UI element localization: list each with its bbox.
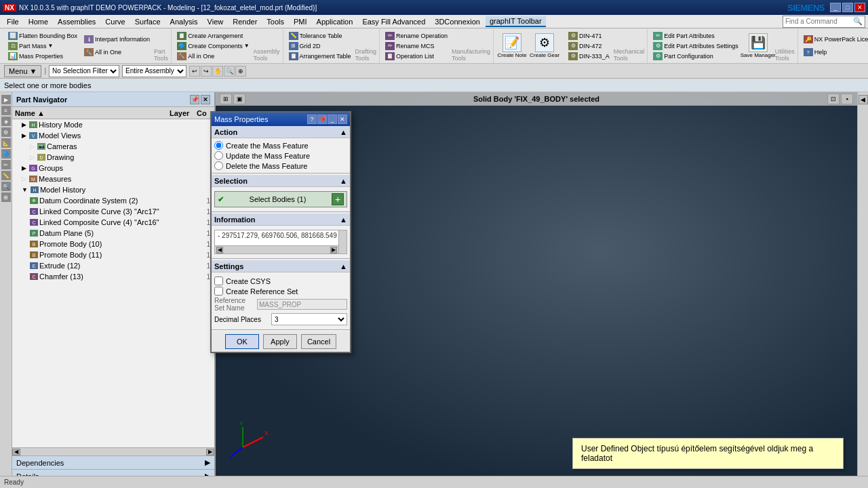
menu-pmi[interactable]: PMI bbox=[290, 17, 311, 26]
ok-button[interactable]: OK bbox=[225, 334, 259, 349]
right-icon-1[interactable]: ◀ bbox=[859, 95, 868, 104]
menu-tools[interactable]: Tools bbox=[262, 17, 288, 26]
tree-item-model-history[interactable]: ▼ H Model History bbox=[12, 184, 214, 195]
settings-header[interactable]: Settings ▲ bbox=[212, 260, 350, 272]
left-icon-3[interactable]: ◈ bbox=[1, 117, 11, 126]
cmd-icon-5[interactable]: ⊕ bbox=[235, 66, 246, 77]
cancel-button[interactable]: Cancel bbox=[301, 334, 336, 349]
tree-item-cameras[interactable]: ▷ 📷 Cameras bbox=[12, 141, 214, 152]
flatten-bounding-box-btn[interactable]: ⬜ Flatten Bounding Box bbox=[5, 31, 80, 41]
menu-assemblies[interactable]: Assemblies bbox=[54, 17, 100, 26]
help-btn[interactable]: ? Help bbox=[801, 46, 868, 58]
tree-item-datum5[interactable]: P Datum Plane (5) 1 bbox=[12, 228, 214, 239]
tree-item-measures[interactable]: ▷ M Measures bbox=[12, 174, 214, 184]
ref-set-name-input[interactable] bbox=[257, 299, 347, 310]
menu-view[interactable]: View bbox=[203, 17, 228, 26]
create-gear-btn[interactable]: ⚙ Create Gear bbox=[529, 31, 560, 61]
menu-render[interactable]: Render bbox=[229, 17, 261, 26]
apply-button[interactable]: Apply bbox=[263, 334, 297, 349]
create-csys-checkbox[interactable]: Create CSYS bbox=[214, 277, 347, 285]
create-ref-set-checkbox[interactable]: Create Reference Set bbox=[214, 287, 347, 296]
info-hscroll[interactable]: ◀ ▶ bbox=[215, 245, 338, 253]
create-components-btn[interactable]: 🔷 Create Components ▼ bbox=[174, 41, 252, 51]
tree-item-promote11[interactable]: B Promote Body (11) 1 bbox=[12, 249, 214, 260]
all-in-one-btn[interactable]: 🔧 All in One bbox=[81, 46, 153, 58]
tree-item-model-views[interactable]: ▶ V Model Views bbox=[12, 130, 214, 141]
cmd-icon-3[interactable]: ✋ bbox=[212, 66, 223, 77]
part-config-btn[interactable]: ⚙ Part Configuration bbox=[650, 52, 741, 61]
menu-graphit[interactable]: graphIT Toolbar bbox=[486, 16, 546, 27]
op-list-btn[interactable]: 📋 Operation List bbox=[382, 52, 450, 61]
nav-close-btn[interactable]: ✕ bbox=[201, 95, 210, 104]
search-input[interactable] bbox=[785, 18, 853, 25]
tree-item-curve4[interactable]: C Linked Composite Curve (4) "Arc16" 1 bbox=[12, 217, 214, 228]
dlg-pin-btn[interactable]: 📌 bbox=[317, 115, 327, 124]
create-comp-dropdown[interactable]: ▼ bbox=[244, 43, 250, 49]
din333a-btn[interactable]: ⚙ DIN-333_A bbox=[566, 52, 612, 61]
dlg-help-btn[interactable]: ? bbox=[307, 115, 317, 124]
menu-surface[interactable]: Surface bbox=[131, 17, 165, 26]
scroll-left-btn[interactable]: ◀ bbox=[12, 449, 20, 455]
radio-update[interactable]: Update the Mass Feature bbox=[214, 151, 347, 160]
tree-item-promote10[interactable]: B Promote Body (10) 1 bbox=[12, 239, 214, 249]
din472-btn[interactable]: ⚙ DIN-472 bbox=[566, 41, 612, 51]
info-vscroll[interactable] bbox=[338, 230, 347, 253]
tree-item-history-mode[interactable]: ▶ H History Mode bbox=[12, 119, 214, 130]
scroll-right-btn[interactable]: ▶ bbox=[206, 449, 214, 455]
menu-easyfill[interactable]: Easy Fill Advanced bbox=[358, 17, 429, 26]
save-manager-btn[interactable]: 💾 Save Manager bbox=[743, 31, 774, 61]
left-icon-1[interactable]: ▶ bbox=[1, 95, 11, 104]
menu-application[interactable]: Application bbox=[313, 17, 357, 26]
left-icon-5[interactable]: 📐 bbox=[1, 138, 11, 148]
din471-btn[interactable]: ⚙ DIN-471 bbox=[566, 31, 612, 41]
part-mass-btn[interactable]: ⚖ Part Mass ▼ bbox=[5, 41, 80, 51]
nx-license-status-btn[interactable]: 🔑 NX PowerPack License Status bbox=[801, 33, 868, 45]
create-csys-input[interactable] bbox=[214, 277, 223, 285]
vp-icon-1[interactable]: ⊞ bbox=[220, 94, 232, 104]
rename-op-btn[interactable]: ✏ Rename Operation bbox=[382, 31, 450, 41]
radio-delete[interactable]: Delete the Mass Feature bbox=[214, 161, 347, 170]
add-body-btn[interactable]: + bbox=[332, 193, 344, 205]
dlg-close-btn[interactable]: ✕ bbox=[338, 115, 347, 124]
radio-create-input[interactable] bbox=[214, 141, 223, 150]
nav-pin-btn[interactable]: 📌 bbox=[190, 95, 199, 104]
vp-icon-4[interactable]: ▪ bbox=[841, 94, 853, 104]
tree-item-drawing[interactable]: ▷ D Drawing bbox=[12, 152, 214, 163]
rename-mcs-btn[interactable]: ✏ Rename MCS bbox=[382, 41, 450, 51]
left-icon-4[interactable]: ⚙ bbox=[1, 127, 11, 137]
create-note-btn[interactable]: 📝 Create Note bbox=[496, 31, 528, 61]
filter-select[interactable]: No Selection Filter bbox=[49, 65, 119, 77]
tree-item-extrude12[interactable]: E Extrude (12) 1 bbox=[12, 260, 214, 271]
radio-update-input[interactable] bbox=[214, 151, 223, 160]
hscroll-left[interactable]: ◀ bbox=[216, 247, 223, 253]
left-icon-8[interactable]: 📏 bbox=[1, 171, 11, 180]
menu-3dconnexion[interactable]: 3DConnexion bbox=[431, 17, 484, 26]
edit-part-attr-btn[interactable]: ✏ Edit Part Attributes bbox=[650, 31, 741, 41]
action-header[interactable]: Action ▲ bbox=[212, 126, 350, 138]
hscroll-right[interactable]: ▶ bbox=[330, 247, 337, 253]
cmd-icon-4[interactable]: 🔍 bbox=[224, 66, 235, 77]
tree-item-datum2[interactable]: ⊕ Datum Coordinate System (2) 1 bbox=[12, 195, 214, 206]
title-controls[interactable]: _ □ ✕ bbox=[830, 3, 865, 12]
dlg-min-btn[interactable]: _ bbox=[328, 115, 337, 124]
edit-part-attr-settings-btn[interactable]: ⚙ Edit Part Attributes Settings bbox=[650, 41, 741, 51]
vp-icon-3[interactable]: ⊡ bbox=[827, 94, 840, 104]
mass-dialog-header[interactable]: Mass Properties ? 📌 _ ✕ bbox=[212, 113, 350, 126]
navigator-controls[interactable]: 📌 ✕ bbox=[190, 95, 210, 104]
radio-create[interactable]: Create the Mass Feature bbox=[214, 141, 347, 150]
search-area[interactable]: 🔍 bbox=[783, 16, 865, 28]
minimize-btn[interactable]: _ bbox=[830, 3, 841, 12]
left-icon-2[interactable]: ≡ bbox=[1, 106, 11, 115]
mass-properties-btn[interactable]: 📊 Mass Properties bbox=[5, 52, 80, 61]
col-name-label[interactable]: Name ▲ bbox=[15, 109, 45, 117]
menu-button[interactable]: Menu ▼ bbox=[4, 65, 41, 77]
tree-item-chamfer13[interactable]: C Chamfer (13) 1 bbox=[12, 271, 214, 282]
decimal-places-select[interactable]: 3 2 4 bbox=[271, 313, 347, 325]
left-icon-6[interactable]: 🔷 bbox=[1, 149, 11, 159]
create-ref-set-input[interactable] bbox=[214, 287, 223, 296]
information-header[interactable]: Information ▲ bbox=[212, 214, 350, 226]
menu-curve[interactable]: Curve bbox=[101, 17, 129, 26]
menu-file[interactable]: File bbox=[3, 17, 23, 26]
menu-analysis[interactable]: Analysis bbox=[166, 17, 202, 26]
scope-select[interactable]: Entire Assembly bbox=[122, 65, 186, 77]
